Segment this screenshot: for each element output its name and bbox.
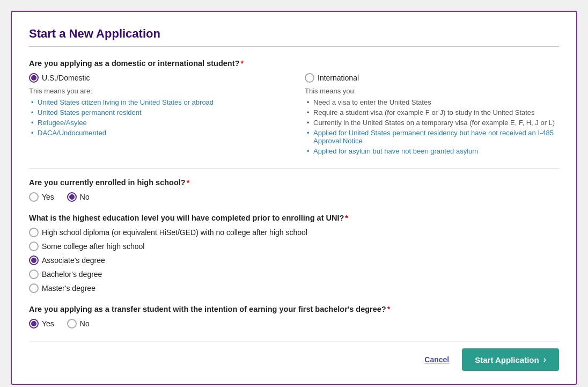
q2-block: Are you currently enrolled in high schoo… bbox=[29, 178, 559, 202]
q3-label: What is the highest education level you … bbox=[29, 214, 559, 222]
q3-hs-option[interactable]: High school diploma (or equivalent HiSet… bbox=[29, 228, 559, 237]
q2-no-radio[interactable] bbox=[67, 192, 77, 202]
q3-associates-option[interactable]: Associate's degree bbox=[29, 255, 559, 265]
divider-1 bbox=[29, 168, 559, 169]
q3-masters-option[interactable]: Master's degree bbox=[29, 283, 559, 293]
q1-international-label: International bbox=[318, 74, 359, 82]
q1-domestic-means-list: United States citizen living in the Unit… bbox=[29, 97, 283, 138]
q3-hs-radio[interactable] bbox=[29, 228, 39, 237]
q2-no-label: No bbox=[80, 193, 90, 201]
q3-some-college-radio[interactable] bbox=[29, 242, 39, 251]
q4-yes-label: Yes bbox=[42, 319, 54, 328]
dialog-title: Start a New Application bbox=[29, 27, 559, 47]
q1-international-means-list: Need a visa to enter the United States R… bbox=[305, 97, 559, 156]
q1-domestic-col: U.S./Domestic This means you are: United… bbox=[29, 73, 283, 156]
list-item: United States citizen living in the Unit… bbox=[29, 97, 283, 107]
list-item: Applied for United States permanent resi… bbox=[305, 128, 559, 146]
q3-bachelors-radio[interactable] bbox=[29, 269, 39, 279]
q4-no-label: No bbox=[80, 319, 90, 328]
q3-masters-radio[interactable] bbox=[29, 283, 39, 293]
list-item: United States permanent resident bbox=[29, 107, 283, 118]
q3-associates-label: Associate's degree bbox=[42, 256, 105, 265]
q2-yes-radio[interactable] bbox=[29, 192, 39, 202]
q3-hs-label: High school diploma (or equivalent HiSet… bbox=[42, 228, 307, 237]
q4-yes-radio[interactable] bbox=[29, 319, 39, 328]
q1-block: Are you applying as a domestic or intern… bbox=[29, 59, 559, 156]
q4-no-radio[interactable] bbox=[67, 319, 77, 328]
q3-masters-label: Master's degree bbox=[42, 284, 95, 293]
q3-bachelors-label: Bachelor's degree bbox=[42, 270, 102, 279]
q4-yes-option[interactable]: Yes bbox=[29, 319, 54, 328]
q1-international-means-heading: This means you: bbox=[305, 87, 559, 95]
q1-international-option[interactable]: International bbox=[305, 73, 559, 83]
dialog-footer: Cancel Start Application › bbox=[29, 341, 559, 371]
q3-associates-radio[interactable] bbox=[29, 255, 39, 265]
cancel-button[interactable]: Cancel bbox=[424, 355, 449, 364]
q3-options: High school diploma (or equivalent HiSet… bbox=[29, 228, 559, 293]
q4-block: Are you applying as a transfer student w… bbox=[29, 305, 559, 328]
list-item: Require a student visa (for example F or… bbox=[305, 107, 559, 118]
q4-options: Yes No bbox=[29, 319, 559, 328]
q1-international-radio[interactable] bbox=[305, 73, 314, 83]
q1-label: Are you applying as a domestic or intern… bbox=[29, 59, 559, 68]
start-application-button[interactable]: Start Application › bbox=[462, 348, 559, 371]
application-dialog: Start a New Application Are you applying… bbox=[11, 11, 577, 385]
q3-block: What is the highest education level you … bbox=[29, 214, 559, 293]
list-item: DACA/Undocumented bbox=[29, 128, 283, 138]
list-item: Refugee/Asylee bbox=[29, 118, 283, 128]
q3-some-college-option[interactable]: Some college after high school bbox=[29, 242, 559, 251]
q4-no-option[interactable]: No bbox=[67, 319, 90, 328]
q1-international-col: International This means you: Need a vis… bbox=[305, 73, 559, 156]
start-application-label: Start Application bbox=[475, 355, 539, 364]
q2-label: Are you currently enrolled in high schoo… bbox=[29, 178, 559, 187]
list-item: Need a visa to enter the United States bbox=[305, 97, 559, 107]
list-item: Currently in the United States on a temp… bbox=[305, 118, 559, 128]
q1-domestic-means-heading: This means you are: bbox=[29, 87, 283, 95]
q3-some-college-label: Some college after high school bbox=[42, 242, 144, 251]
q2-no-option[interactable]: No bbox=[67, 192, 90, 202]
q2-options: Yes No bbox=[29, 192, 559, 202]
chevron-right-icon: › bbox=[543, 355, 546, 364]
q1-domestic-option[interactable]: U.S./Domestic bbox=[29, 73, 283, 83]
q1-domestic-label: U.S./Domestic bbox=[42, 74, 90, 82]
q1-domestic-radio[interactable] bbox=[29, 73, 39, 83]
q2-yes-label: Yes bbox=[42, 193, 54, 201]
q3-bachelors-option[interactable]: Bachelor's degree bbox=[29, 269, 559, 279]
q4-label: Are you applying as a transfer student w… bbox=[29, 305, 559, 313]
q2-yes-option[interactable]: Yes bbox=[29, 192, 54, 202]
q1-options: U.S./Domestic This means you are: United… bbox=[29, 73, 559, 156]
list-item: Applied for asylum but have not been gra… bbox=[305, 146, 559, 156]
